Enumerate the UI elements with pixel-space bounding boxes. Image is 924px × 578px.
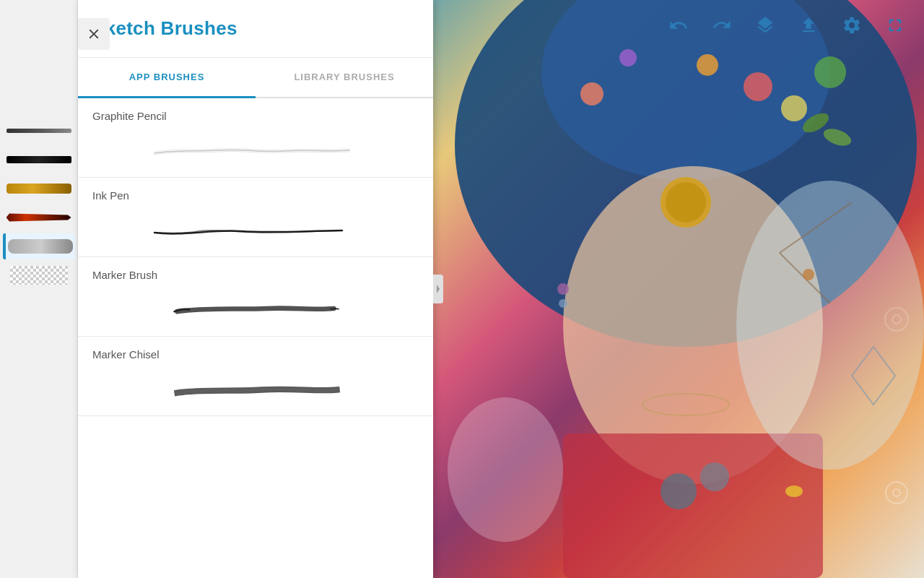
canvas-overlay-icon — [884, 306, 910, 332]
brush-name-graphite-pencil: Graphite Pencil — [92, 110, 419, 122]
brush-entry-marker-brush[interactable]: Marker Brush — [78, 257, 433, 337]
svg-point-7 — [814, 56, 846, 88]
redo-button[interactable] — [707, 11, 736, 40]
brush-stroke-graphite-pencil — [92, 128, 419, 171]
svg-point-13 — [700, 462, 729, 491]
svg-point-29 — [893, 489, 900, 496]
settings-button[interactable] — [837, 11, 866, 40]
brush-name-ink-pen: Ink Pen — [92, 189, 419, 202]
panel-header: Sketch Brushes — [78, 0, 433, 58]
collapse-panel-handle[interactable] — [433, 275, 443, 303]
svg-point-19 — [785, 486, 803, 497]
svg-point-23 — [557, 283, 569, 295]
brush-stroke-marker-brush — [92, 287, 419, 330]
brush-item-4[interactable] — [3, 204, 75, 230]
brush-item-3[interactable] — [3, 176, 75, 202]
svg-point-25 — [803, 269, 814, 280]
brush-entry-graphite-pencil[interactable]: Graphite Pencil — [78, 98, 433, 178]
brush-entry-ink-pen[interactable]: Ink Pen — [78, 178, 433, 257]
svg-point-28 — [886, 482, 907, 504]
brush-stroke-marker-chisel — [92, 366, 419, 410]
tab-library-brushes[interactable]: LIBRARY BRUSHES — [256, 58, 433, 98]
layers-button[interactable] — [751, 11, 780, 40]
svg-point-5 — [697, 54, 718, 76]
canvas-overlay-icon-2 — [884, 480, 910, 506]
brush-preview-1 — [6, 129, 71, 133]
brush-stroke-ink-pen — [92, 207, 419, 251]
close-button[interactable] — [78, 18, 110, 50]
panel-tabs: APP BRUSHES LIBRARY BRUSHES — [78, 58, 433, 98]
brush-list[interactable]: Graphite Pencil Ink Pen Marker Brush — [78, 98, 433, 578]
fullscreen-button[interactable] — [881, 11, 910, 40]
svg-rect-3 — [563, 434, 823, 578]
brush-preview-6 — [10, 266, 68, 285]
brush-name-marker-chisel: Marker Chisel — [92, 348, 419, 361]
panel-title: Sketch Brushes — [92, 17, 237, 40]
svg-point-11 — [666, 182, 706, 223]
svg-point-12 — [661, 473, 697, 509]
brush-preview-4 — [6, 211, 71, 224]
left-toolbar — [0, 0, 78, 578]
brush-preview-5 — [8, 239, 73, 254]
svg-point-15 — [448, 397, 563, 542]
brush-item-6[interactable] — [3, 262, 75, 288]
svg-point-26 — [885, 308, 908, 331]
brush-preview-3 — [6, 184, 71, 194]
brush-item-5[interactable] — [3, 233, 75, 259]
svg-point-24 — [559, 299, 567, 308]
svg-point-4 — [744, 72, 772, 101]
svg-point-8 — [580, 82, 603, 105]
brush-item-1[interactable] — [3, 118, 75, 144]
undo-button[interactable] — [664, 11, 693, 40]
brush-preview-2 — [6, 156, 71, 163]
brush-item-2[interactable] — [3, 147, 75, 173]
share-button[interactable] — [794, 11, 823, 40]
tab-app-brushes[interactable]: APP BRUSHES — [78, 58, 256, 98]
svg-point-27 — [892, 315, 901, 324]
svg-point-6 — [781, 95, 807, 121]
svg-point-9 — [619, 49, 637, 66]
brush-panel: Sketch Brushes APP BRUSHES LIBRARY BRUSH… — [78, 0, 433, 578]
brush-name-marker-brush: Marker Brush — [92, 269, 419, 281]
brush-entry-marker-chisel[interactable]: Marker Chisel — [78, 337, 433, 416]
